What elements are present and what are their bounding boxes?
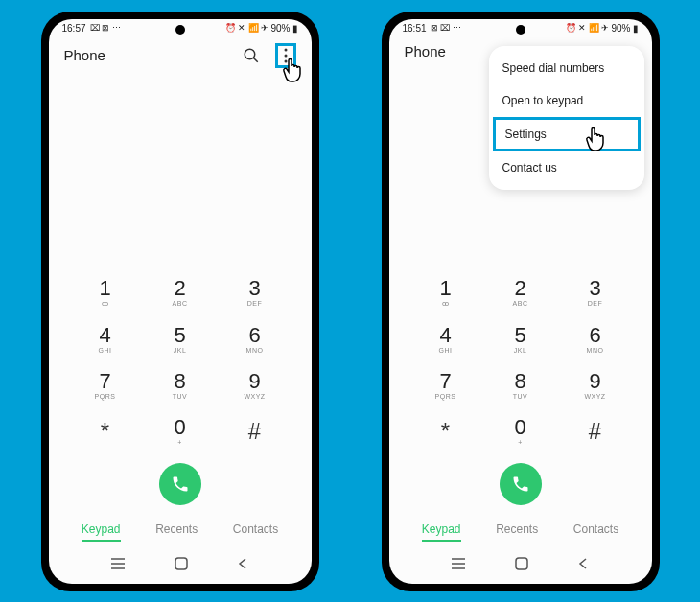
tabs: Keypad Recents Contacts <box>49 519 312 549</box>
key-8[interactable]: 8TUV <box>493 371 548 400</box>
battery-icon: ▮ <box>292 23 298 34</box>
tab-recents[interactable]: Recents <box>155 519 198 542</box>
key-3[interactable]: 3DEF <box>227 278 283 308</box>
menu-settings[interactable]: Settings <box>493 117 641 151</box>
key-star[interactable]: * <box>78 417 133 446</box>
key-4[interactable]: 4GHI <box>78 325 133 354</box>
menu-speed-dial[interactable]: Speed dial numbers <box>489 52 644 84</box>
nav-bar <box>49 549 312 584</box>
nav-back-icon[interactable] <box>577 557 589 574</box>
camera-punch-hole <box>175 25 185 35</box>
camera-punch-hole <box>516 25 525 35</box>
menu-contact-us[interactable]: Contact us <box>489 151 644 184</box>
status-icons-right: ⏰ ✕ 📶 ✈ <box>225 23 269 33</box>
status-battery: 90% <box>611 23 630 34</box>
status-icons-left: ⊠ ⌧ ⋯ <box>431 23 461 33</box>
tab-contacts[interactable]: Contacts <box>233 519 278 542</box>
key-2[interactable]: 2ABC <box>152 278 208 308</box>
tab-keypad[interactable]: Keypad <box>422 519 461 542</box>
status-time: 16:51 <box>403 23 427 34</box>
status-icons-right: ⏰ ✕ 📶 ✈ <box>566 23 610 33</box>
key-star[interactable]: * <box>418 417 474 446</box>
overflow-menu: Speed dial numbers Open to keypad Settin… <box>489 46 644 190</box>
key-7[interactable]: 7PQRS <box>78 371 133 400</box>
pointer-hand-icon <box>582 124 613 154</box>
app-title: Phone <box>405 43 446 59</box>
nav-recents-icon[interactable] <box>111 557 127 574</box>
key-0[interactable]: 0+ <box>152 417 208 446</box>
key-5[interactable]: 5JKL <box>493 325 548 354</box>
key-5[interactable]: 5JKL <box>152 325 208 354</box>
menu-settings-label: Settings <box>505 127 547 141</box>
key-6[interactable]: 6MNO <box>568 325 623 354</box>
key-4[interactable]: 4GHI <box>418 325 474 354</box>
tabs: Keypad Recents Contacts <box>389 519 652 549</box>
key-8[interactable]: 8TUV <box>152 371 208 400</box>
nav-recents-icon[interactable] <box>452 557 467 574</box>
nav-home-icon[interactable] <box>515 557 528 574</box>
battery-icon: ▮ <box>633 23 639 34</box>
search-icon[interactable] <box>243 47 260 64</box>
key-2[interactable]: 2ABC <box>493 278 548 308</box>
tab-contacts[interactable]: Contacts <box>573 519 618 542</box>
status-icons-left: ⌧ ⊠ ⋯ <box>90 23 121 33</box>
tab-recents[interactable]: Recents <box>496 519 538 542</box>
key-1[interactable]: 1ꝏ <box>418 278 474 308</box>
phone-right: 16:51 ⊠ ⌧ ⋯ ⏰ ✕ 📶 ✈ 90% ▮ Phone Speed di… <box>382 12 660 591</box>
key-9[interactable]: 9WXYZ <box>568 371 623 400</box>
key-hash[interactable]: # <box>227 417 283 446</box>
svg-point-0 <box>245 49 255 59</box>
call-button[interactable] <box>159 463 201 505</box>
app-header: Phone <box>49 34 312 78</box>
key-9[interactable]: 9WXYZ <box>227 371 283 400</box>
status-battery: 90% <box>270 23 290 34</box>
key-0[interactable]: 0+ <box>493 417 548 446</box>
keypad: 1ꝏ 2ABC 3DEF 4GHI 5JKL 6MNO 7PQRS 8TUV 9… <box>49 278 312 446</box>
menu-open-keypad[interactable]: Open to keypad <box>489 84 644 117</box>
key-3[interactable]: 3DEF <box>568 278 623 308</box>
call-button[interactable] <box>500 463 542 505</box>
app-title: Phone <box>64 47 105 63</box>
keypad: 1ꝏ 2ABC 3DEF 4GHI 5JKL 6MNO 7PQRS 8TUV 9… <box>389 278 652 446</box>
key-7[interactable]: 7PQRS <box>418 371 474 400</box>
status-time: 16:57 <box>62 23 86 34</box>
key-hash[interactable]: # <box>568 417 623 446</box>
nav-home-icon[interactable] <box>175 557 188 574</box>
svg-rect-8 <box>175 558 187 569</box>
key-6[interactable]: 6MNO <box>227 325 283 354</box>
pointer-hand-icon <box>279 55 310 85</box>
svg-line-1 <box>253 58 258 62</box>
nav-bar <box>389 549 652 584</box>
key-1[interactable]: 1ꝏ <box>78 278 133 308</box>
tab-keypad[interactable]: Keypad <box>82 519 121 542</box>
svg-rect-12 <box>516 558 527 569</box>
screen-right: 16:51 ⊠ ⌧ ⋯ ⏰ ✕ 📶 ✈ 90% ▮ Phone Speed di… <box>389 19 652 584</box>
svg-point-2 <box>284 48 287 51</box>
screen-left: 16:57 ⌧ ⊠ ⋯ ⏰ ✕ 📶 ✈ 90% ▮ Phone <box>49 19 312 584</box>
phone-left: 16:57 ⌧ ⊠ ⋯ ⏰ ✕ 📶 ✈ 90% ▮ Phone <box>41 12 319 591</box>
nav-back-icon[interactable] <box>237 557 248 574</box>
